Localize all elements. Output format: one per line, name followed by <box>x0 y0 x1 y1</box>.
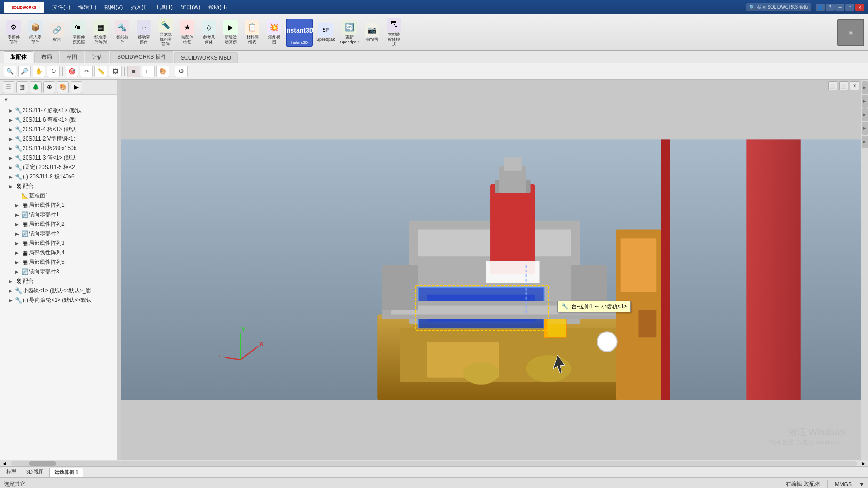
toolbar-preview[interactable]: 👁 零部件预览窗 <box>69 19 89 46</box>
tree-item-rack[interactable]: ▶ 🔧 小齿轨<1> (默认<<默认>_影 <box>0 286 117 296</box>
toolbar-instant3d[interactable]: Instant3D Instant3D <box>286 19 313 47</box>
menu-help[interactable]: 帮助(H) <box>205 3 231 12</box>
left-panel: ☰ ▦ 🌲 ⊕ 🎨 ▶ ▼ ▶ 🔧 20SJ11-7 筋板<1> (默认 ▶ 🔧… <box>0 80 118 460</box>
tree-item-roller[interactable]: ▶ 🔧 (-) 导向滚轮<1> (默认<<默认 <box>0 296 117 305</box>
tab-mbd[interactable]: SOLIDWORKS MBD <box>174 52 238 63</box>
tool-select[interactable]: 🔍 <box>4 66 16 77</box>
horizontal-scrollbar[interactable]: ◀ ▶ <box>0 460 868 466</box>
tree-item-2[interactable]: ▶ 🔧 20SJ11-4 板<1> (默认 <box>0 125 117 134</box>
toolbar-snapshot[interactable]: 📷 拍快照 <box>362 22 382 43</box>
tree-item-mirror2[interactable]: ▶ 🔃 镜向零部件2 <box>0 229 117 239</box>
tab-assembly[interactable]: 装配体 <box>4 51 33 63</box>
tab-sketch[interactable]: 草图 <box>60 51 84 63</box>
tool-view[interactable]: 🎯 <box>66 66 78 77</box>
tab-layout[interactable]: 布局 <box>34 51 59 63</box>
tool-settings[interactable]: ⚙ <box>175 66 188 77</box>
toolbar-new-motion[interactable]: ▶ 新建运动算例 <box>221 19 241 46</box>
toolbar-smart-fastener[interactable]: 🔩 智能扣件 <box>112 19 132 46</box>
right-panel-btn5[interactable]: ▶ <box>862 136 868 148</box>
tree-item-mate[interactable]: ▶ ⛓ 配合 <box>0 182 117 191</box>
maximize-button[interactable]: □ <box>845 4 854 11</box>
menu-tools[interactable]: 工具(T) <box>151 3 176 12</box>
menu-insert[interactable]: 插入(I) <box>127 3 150 12</box>
tool-pan[interactable]: ✋ <box>33 66 45 77</box>
tree-item-linear4[interactable]: ▶ ▦ 局部线性阵列4 <box>0 248 117 258</box>
menu-view[interactable]: 视图(V) <box>101 3 126 12</box>
view-fit-btn[interactable]: ⬜ <box>828 81 837 90</box>
tree-item-mate2[interactable]: ▶ ⛓ 配合 <box>0 277 117 286</box>
menu-file[interactable]: 文件(F) <box>49 3 74 12</box>
panel-btn-color[interactable]: 🎨 <box>57 81 69 93</box>
tree-item-1[interactable]: ▶ 🔧 20SJ11-6 弯板<1> (默 <box>0 115 117 125</box>
menu-edit[interactable]: 编辑(E) <box>75 3 100 12</box>
tab-plugins[interactable]: SOLIDWORKS 插件 <box>110 51 173 63</box>
toolbar-mate[interactable]: 🔗 配合 <box>47 22 67 43</box>
minimize-button[interactable]: ─ <box>835 4 844 11</box>
search-bar[interactable]: 🔍 搜索 SOLIDWORKS 帮助 <box>746 3 811 11</box>
btab-model[interactable]: 模型 <box>2 468 21 476</box>
status-editing: 在编辑 装配体 <box>786 480 820 488</box>
right-panel-btn1[interactable]: ▶ <box>862 81 868 94</box>
tab-evaluate[interactable]: 评估 <box>85 51 109 63</box>
tree-item-5[interactable]: ▶ 🔧 20SJ11-3 管<1> (默认 <box>0 153 117 163</box>
tool-rotate[interactable]: ↻ <box>47 66 60 77</box>
view-normal-btn[interactable]: ⬜ <box>839 81 848 90</box>
panel-btn-grid[interactable]: ▦ <box>16 81 28 93</box>
status-dropdown[interactable]: ▼ <box>859 481 864 488</box>
right-panel-btn4[interactable]: ▶ <box>862 122 868 135</box>
tree-item-3[interactable]: ▶ 🔧 20SJ11-2 V型槽钢<1: <box>0 134 117 144</box>
toolbar-large-assembly[interactable]: 🏗 大型装配体模式 <box>384 17 404 47</box>
toolbar-linear-array[interactable]: ▦ 线性零件阵列 <box>90 19 110 46</box>
app-logo: SOLIDWORKS <box>4 2 44 13</box>
panel-btn-target[interactable]: ⊕ <box>43 81 55 93</box>
btab-motion[interactable]: 运动算例 1 <box>49 468 83 477</box>
view-close-btn[interactable]: ✕ <box>850 81 859 90</box>
viewport[interactable]: X Y ← 🔧 台-拉伸1 ← 小齿轨<1> 激活 Windows 转到"设置"… <box>121 80 868 460</box>
tool-zoom[interactable]: 🔎 <box>18 66 31 77</box>
tree-item-plane[interactable]: 📐 基准面1 <box>0 191 117 201</box>
tool-shading[interactable]: ■ <box>127 66 140 77</box>
tool-display[interactable]: 🖼 <box>109 66 122 77</box>
menu-window[interactable]: 窗口(W) <box>177 3 204 12</box>
toolbar-ref-geometry[interactable]: ◇ 参考几何体 <box>199 19 219 46</box>
tree-item-6[interactable]: ▶ 🔧 (固定) 20SJ11-5 板<2 <box>0 163 117 172</box>
right-panel-btn3[interactable]: ▶ <box>862 108 868 121</box>
tree-item-linear5[interactable]: ▶ ▦ 局部线性阵列5 <box>0 258 117 267</box>
tree-item-linear2[interactable]: ▶ ▦ 局部线性阵列2 <box>0 220 117 229</box>
tree-item-0[interactable]: ▶ 🔧 20SJ11-7 筋板<1> (默认 <box>0 106 117 115</box>
toolbar-bom[interactable]: 📋 材料明细表 <box>242 19 262 46</box>
tool-section[interactable]: ✂ <box>80 66 93 77</box>
panel-btn-list[interactable]: ☰ <box>3 81 14 93</box>
tool-wireframe[interactable]: □ <box>142 66 155 77</box>
help-icon[interactable]: ? <box>826 4 835 11</box>
btab-3dview[interactable]: 3D 视图 <box>22 468 48 476</box>
tool-colors[interactable]: 🎨 <box>156 66 169 77</box>
scroll-thumb[interactable] <box>29 461 56 466</box>
panel-btn-tree[interactable]: 🌲 <box>30 81 42 93</box>
panel-splitter[interactable] <box>118 80 121 460</box>
close-button[interactable]: ✕ <box>855 4 864 11</box>
toolbar-update-speedpak[interactable]: 🔄 更新Speedpak <box>339 19 361 46</box>
scroll-track[interactable] <box>11 461 857 466</box>
panel-btn-expand[interactable]: ▶ <box>71 81 82 93</box>
tree-item-linear1[interactable]: ▶ ▦ 局部线性阵列1 <box>0 201 117 210</box>
toolbar-speedpak[interactable]: SP Speedpak <box>315 22 337 43</box>
tree-item-mirror3[interactable]: ▶ 🔃 镜向零部件3 <box>0 267 117 277</box>
toolbar-move[interactable]: ↔ 移动零部件 <box>134 19 154 46</box>
toolbar-assembly-feature[interactable]: ★ 装配体特征 <box>177 19 197 46</box>
toolbar-parts[interactable]: ⚙ 零部件部件 <box>4 19 24 46</box>
tree-item-mirror1[interactable]: ▶ 🔃 镜向零部件1 <box>0 210 117 220</box>
tree-item-7[interactable]: ▶ 🔧 (-) 20SJ11-8 板140x6 <box>0 172 117 182</box>
right-panel-btn2[interactable]: ▶ <box>862 95 868 108</box>
tree-item-linear3[interactable]: ▶ ▦ 局部线性阵列3 <box>0 239 117 248</box>
toolbar-explode[interactable]: 💥 爆炸视图 <box>264 19 284 46</box>
scroll-right-btn[interactable]: ▶ <box>859 461 868 466</box>
user-icon[interactable]: 👤 <box>816 4 825 11</box>
expand-icon: ▶ <box>9 108 14 113</box>
toolbar-insert-part[interactable]: 📦 插入零部件 <box>25 19 45 46</box>
scroll-left-btn[interactable]: ◀ <box>0 461 9 466</box>
panel-toolbar: ☰ ▦ 🌲 ⊕ 🎨 ▶ <box>0 80 117 95</box>
toolbar-show-hide[interactable]: 🔦 显示隐藏的零部件 <box>156 17 175 47</box>
tool-measure[interactable]: 📏 <box>94 66 107 77</box>
tree-item-4[interactable]: ▶ 🔧 20SJ11-8 板280x150b <box>0 144 117 153</box>
